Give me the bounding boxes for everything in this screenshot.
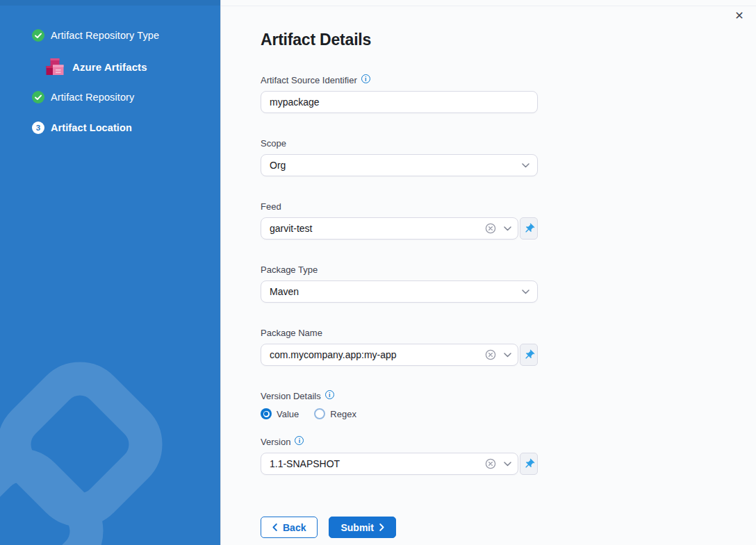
sidebar-item-azure-artifacts[interactable]: Azure Artifacts	[44, 56, 220, 77]
info-icon[interactable]: i	[361, 74, 370, 83]
package-name-input[interactable]	[261, 344, 518, 366]
package-type-select[interactable]	[261, 280, 538, 303]
chevron-left-icon	[272, 523, 277, 531]
step-complete-check-icon	[32, 29, 44, 42]
pin-icon	[523, 458, 535, 470]
info-icon[interactable]: i	[325, 390, 334, 399]
radio-option-regex[interactable]: Regex	[314, 408, 356, 419]
version-input[interactable]	[261, 453, 518, 475]
scope-field-group: Scope	[261, 138, 538, 176]
clear-icon[interactable]	[485, 458, 496, 469]
step-complete-check-icon	[32, 91, 44, 103]
feed-field-group: Feed	[261, 201, 538, 240]
chevron-down-icon[interactable]	[504, 226, 511, 231]
package-type-label: Package Type	[261, 265, 538, 275]
wizard-sidebar: Artifact Repository Type Azure Artifacts…	[0, 0, 220, 545]
version-field-group: Version i	[261, 437, 538, 475]
package-type-field-group: Package Type	[261, 265, 538, 303]
chevron-down-icon	[522, 290, 529, 294]
sidebar-item-artifact-location[interactable]: 3 Artifact Location	[32, 121, 220, 134]
chevron-down-icon	[522, 163, 529, 168]
version-label: Version i	[261, 437, 538, 447]
package-name-label: Package Name	[261, 328, 538, 338]
package-type-select-value[interactable]	[261, 280, 538, 303]
version-details-group: Version Details i Value Regex	[261, 391, 538, 419]
feed-label: Feed	[261, 201, 538, 212]
package-name-combobox[interactable]	[261, 344, 518, 366]
clear-icon[interactable]	[485, 223, 496, 234]
radio-selected[interactable]	[261, 408, 272, 419]
harness-logo-watermark	[0, 330, 220, 545]
pin-fixed-value-button[interactable]	[520, 344, 538, 366]
info-icon[interactable]: i	[295, 436, 304, 445]
step-label: Artifact Location	[51, 122, 132, 133]
package-name-field-group: Package Name	[261, 328, 538, 366]
scope-label: Scope	[261, 138, 538, 149]
radio-unselected[interactable]	[314, 408, 325, 419]
feed-input[interactable]	[261, 217, 518, 240]
page-title: Artifact Details	[261, 31, 756, 49]
identifier-field-group: Artifact Source Identifier i	[261, 75, 538, 113]
chevron-down-icon[interactable]	[504, 462, 511, 467]
version-combobox[interactable]	[261, 453, 518, 475]
identifier-input[interactable]	[261, 91, 538, 113]
artifact-details-form: Artifact Source Identifier i Scope Feed	[261, 75, 538, 538]
radio-option-value[interactable]: Value	[261, 408, 299, 419]
close-icon[interactable]: ✕	[731, 7, 748, 24]
submit-button[interactable]: Submit	[329, 517, 395, 538]
step-number-badge: 3	[32, 121, 44, 134]
step-label: Artifact Repository Type	[51, 30, 159, 41]
chevron-right-icon	[379, 523, 384, 531]
scope-select[interactable]	[261, 154, 538, 176]
pin-fixed-value-button[interactable]	[520, 217, 538, 240]
clear-icon[interactable]	[485, 349, 496, 360]
pin-fixed-value-button[interactable]	[520, 453, 538, 475]
sidebar-item-artifact-repository[interactable]: Artifact Repository	[32, 91, 220, 103]
scope-select-value[interactable]	[261, 154, 538, 176]
chevron-down-icon[interactable]	[504, 353, 511, 358]
azure-artifacts-icon	[44, 56, 65, 77]
selected-repo-type-label: Azure Artifacts	[72, 61, 147, 73]
identifier-label: Artifact Source Identifier i	[261, 75, 538, 85]
artifact-details-panel: ✕ Artifact Details Artifact Source Ident…	[220, 0, 756, 545]
feed-combobox[interactable]	[261, 217, 518, 240]
version-details-label: Version Details i	[261, 391, 538, 401]
pin-icon	[523, 349, 535, 361]
step-label: Artifact Repository	[51, 92, 134, 103]
pin-icon	[523, 223, 535, 235]
back-button[interactable]: Back	[261, 517, 318, 538]
sidebar-item-artifact-repository-type[interactable]: Artifact Repository Type	[32, 29, 220, 42]
